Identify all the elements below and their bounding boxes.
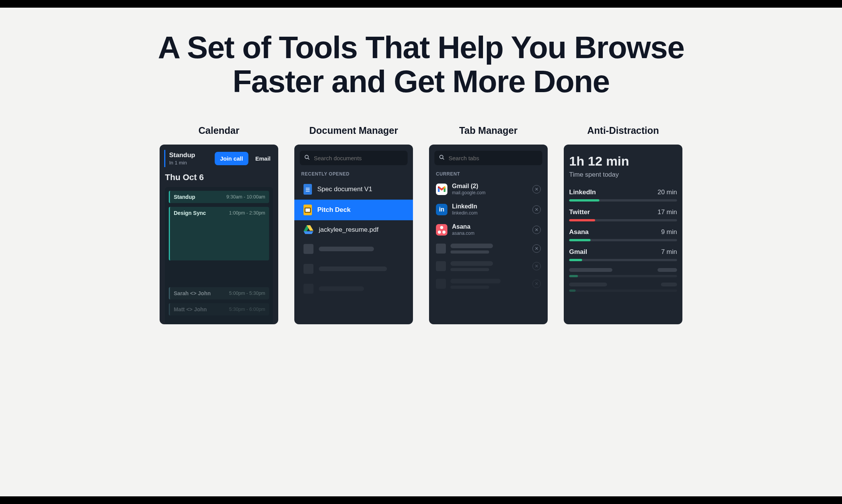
tab-skeleton: ✕ — [434, 275, 542, 293]
usage-bar — [569, 259, 677, 261]
usage-time: 7 min — [661, 248, 677, 256]
tab-url: mail.google.com — [452, 190, 528, 195]
close-tab-button[interactable]: ✕ — [532, 262, 541, 270]
google-doc-icon — [304, 184, 312, 195]
tabs-card: CURRENT Gmail (2) mail.google.com ✕ in L… — [429, 145, 548, 324]
google-drive-icon — [304, 225, 313, 234]
event-time: 5:30pm - 6:00pm — [229, 307, 266, 312]
tab-item[interactable]: in LinkedIn linkedin.com ✕ — [434, 199, 542, 219]
documents-search[interactable] — [300, 151, 408, 165]
svg-point-2 — [440, 155, 443, 159]
documents-search-input[interactable] — [314, 155, 403, 161]
usage-app: Twitter — [569, 208, 590, 216]
next-event-name: Standup — [169, 151, 211, 159]
tabs-card-title: Tab Manager — [459, 125, 517, 136]
tab-title: LinkedIn — [452, 203, 528, 210]
search-icon — [439, 154, 445, 161]
usage-row[interactable]: Gmail 7 min — [569, 248, 677, 261]
asana-icon — [436, 224, 447, 236]
usage-bar — [569, 275, 677, 277]
event-title: Standup — [174, 194, 195, 200]
tabs-search-input[interactable] — [449, 155, 538, 161]
join-call-button[interactable]: Join call — [215, 152, 248, 165]
usage-time: 17 min — [658, 208, 677, 216]
calendar-card-title: Calendar — [199, 125, 240, 136]
close-tab-button[interactable]: ✕ — [532, 280, 541, 288]
usage-time: 9 min — [661, 228, 677, 236]
usage-bar — [569, 219, 677, 221]
close-tab-button[interactable]: ✕ — [532, 226, 541, 234]
document-item-selected[interactable]: Pitch Deck — [294, 200, 413, 220]
event-time: 9:30am - 10:00am — [227, 194, 265, 200]
gmail-icon — [436, 184, 447, 195]
tab-item[interactable]: Asana asana.com ✕ — [434, 219, 542, 240]
usage-row[interactable]: Asana 9 min — [569, 228, 677, 241]
document-name: jackylee_resume.pdf — [319, 226, 379, 234]
email-button[interactable]: Email — [252, 152, 274, 165]
tabs-search[interactable] — [434, 151, 542, 165]
document-item[interactable]: jackylee_resume.pdf — [300, 220, 408, 239]
search-icon — [304, 154, 310, 161]
usage-app: Asana — [569, 228, 589, 236]
google-slides-icon — [304, 205, 312, 215]
calendar-card: Standup In 1 min Join call Email Thu Oct… — [160, 145, 278, 324]
svg-point-0 — [305, 155, 308, 159]
usage-app: LinkedIn — [569, 189, 596, 196]
page-headline: A Set of Tools That Help You Browse Fast… — [153, 31, 689, 98]
documents-card-title: Document Manager — [309, 125, 398, 136]
document-skeleton — [300, 259, 408, 279]
tab-url: linkedin.com — [452, 210, 528, 216]
event-title: Design Sync — [174, 210, 206, 216]
anti-distraction-card: 1h 12 min Time spent today LinkedIn 20 m… — [564, 145, 682, 324]
close-tab-button[interactable]: ✕ — [532, 244, 541, 253]
close-tab-button[interactable]: ✕ — [532, 185, 541, 193]
calendar-event[interactable]: Matt <> John 5:30pm - 6:00pm — [169, 303, 269, 315]
documents-card: RECENTLY OPENED Spec document V1 Pitch D… — [294, 145, 413, 324]
usage-skeleton — [569, 283, 677, 286]
time-spent-subtitle: Time spent today — [569, 171, 677, 179]
svg-line-1 — [308, 158, 309, 159]
event-time: 1:00pm - 2:30pm — [229, 210, 266, 216]
usage-row[interactable]: LinkedIn 20 min — [569, 189, 677, 202]
calendar-day-view[interactable]: Standup 9:30am - 10:00am Design Sync 1:0… — [165, 187, 273, 324]
next-event-countdown: In 1 min — [169, 160, 211, 166]
usage-bar — [569, 199, 677, 202]
event-time: 5:00pm - 5:30pm — [229, 291, 266, 296]
svg-line-3 — [443, 158, 444, 159]
close-tab-button[interactable]: ✕ — [532, 205, 541, 214]
time-spent-total: 1h 12 min — [569, 154, 677, 169]
tabs-section-label: CURRENT — [436, 171, 542, 177]
usage-bar — [569, 239, 677, 241]
calendar-event[interactable]: Design Sync 1:00pm - 2:30pm — [169, 207, 269, 260]
document-item[interactable]: Spec document V1 — [300, 179, 408, 200]
calendar-date: Thu Oct 6 — [165, 172, 273, 182]
anti-card-title: Anti-Distraction — [587, 125, 659, 136]
tab-skeleton: ✕ — [434, 240, 542, 257]
tab-title: Gmail (2) — [452, 183, 528, 190]
document-skeleton — [300, 279, 408, 299]
usage-app: Gmail — [569, 248, 587, 256]
tab-item[interactable]: Gmail (2) mail.google.com ✕ — [434, 179, 542, 199]
event-title: Sarah <> John — [174, 290, 210, 296]
document-name: Spec document V1 — [317, 185, 372, 193]
usage-bar — [569, 289, 677, 292]
tab-url: asana.com — [452, 231, 528, 236]
tab-title: Asana — [452, 223, 528, 230]
event-title: Matt <> John — [174, 306, 207, 312]
calendar-event[interactable]: Standup 9:30am - 10:00am — [169, 191, 269, 203]
usage-row[interactable]: Twitter 17 min — [569, 208, 677, 221]
usage-skeleton — [569, 268, 677, 272]
document-skeleton — [300, 239, 408, 259]
documents-section-label: RECENTLY OPENED — [301, 171, 408, 177]
calendar-next-event: Standup In 1 min Join call Email — [164, 150, 274, 167]
usage-time: 20 min — [658, 189, 677, 196]
linkedin-icon: in — [436, 204, 447, 215]
document-name: Pitch Deck — [317, 206, 351, 214]
tab-skeleton: ✕ — [434, 257, 542, 275]
calendar-event[interactable]: Sarah <> John 5:00pm - 5:30pm — [169, 287, 269, 299]
